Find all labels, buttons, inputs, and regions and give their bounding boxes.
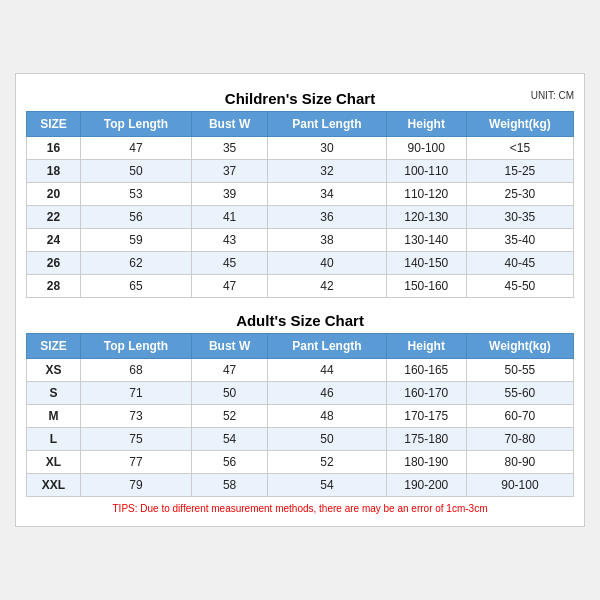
table-cell: 50: [80, 160, 191, 183]
adult-col-header-size: SIZE: [27, 334, 81, 359]
table-row: 20533934110-12025-30: [27, 183, 574, 206]
children-size-table: SIZE Top Length Bust W Pant Length Heigh…: [26, 111, 574, 298]
adult-col-header-pant-length: Pant Length: [268, 334, 386, 359]
table-cell: 160-165: [386, 359, 466, 382]
table-cell: 140-150: [386, 252, 466, 275]
table-cell: 40: [268, 252, 386, 275]
table-cell: 26: [27, 252, 81, 275]
adult-col-header-bust-w: Bust W: [192, 334, 268, 359]
table-cell: 73: [80, 405, 191, 428]
table-cell: 45: [192, 252, 268, 275]
adult-table-body: XS684744160-16550-55S715046160-17055-60M…: [27, 359, 574, 497]
children-table-header-row: SIZE Top Length Bust W Pant Length Heigh…: [27, 112, 574, 137]
table-cell: 42: [268, 275, 386, 298]
table-cell: 150-160: [386, 275, 466, 298]
table-cell: 58: [192, 474, 268, 497]
table-cell: 55-60: [466, 382, 573, 405]
table-cell: 39: [192, 183, 268, 206]
table-cell: 54: [268, 474, 386, 497]
table-cell: 47: [80, 137, 191, 160]
table-cell: 25-30: [466, 183, 573, 206]
table-row: XS684744160-16550-55: [27, 359, 574, 382]
adult-table-header-row: SIZE Top Length Bust W Pant Length Heigh…: [27, 334, 574, 359]
table-cell: 48: [268, 405, 386, 428]
table-row: 24594338130-14035-40: [27, 229, 574, 252]
children-title-text: Children's Size Chart: [225, 90, 375, 107]
col-header-height: Height: [386, 112, 466, 137]
table-cell: 47: [192, 359, 268, 382]
table-cell: 71: [80, 382, 191, 405]
children-table-body: 1647353090-100<1518503732100-11015-25205…: [27, 137, 574, 298]
table-cell: 54: [192, 428, 268, 451]
table-cell: 175-180: [386, 428, 466, 451]
table-cell: 35: [192, 137, 268, 160]
table-cell: 22: [27, 206, 81, 229]
table-cell: 52: [268, 451, 386, 474]
table-cell: 30-35: [466, 206, 573, 229]
table-cell: 190-200: [386, 474, 466, 497]
col-header-pant-length: Pant Length: [268, 112, 386, 137]
table-cell: 70-80: [466, 428, 573, 451]
col-header-bust-w: Bust W: [192, 112, 268, 137]
table-row: XXL795854190-20090-100: [27, 474, 574, 497]
adult-size-table: SIZE Top Length Bust W Pant Length Heigh…: [26, 333, 574, 497]
table-cell: 44: [268, 359, 386, 382]
table-cell: 35-40: [466, 229, 573, 252]
table-cell: 77: [80, 451, 191, 474]
table-cell: XL: [27, 451, 81, 474]
table-row: 26624540140-15040-45: [27, 252, 574, 275]
table-row: XL775652180-19080-90: [27, 451, 574, 474]
table-cell: 120-130: [386, 206, 466, 229]
table-cell: 36: [268, 206, 386, 229]
adult-col-header-height: Height: [386, 334, 466, 359]
table-cell: <15: [466, 137, 573, 160]
table-cell: 20: [27, 183, 81, 206]
table-row: 28654742150-16045-50: [27, 275, 574, 298]
table-cell: 170-175: [386, 405, 466, 428]
table-row: 1647353090-100<15: [27, 137, 574, 160]
table-cell: 68: [80, 359, 191, 382]
table-cell: 38: [268, 229, 386, 252]
table-row: L755450175-18070-80: [27, 428, 574, 451]
table-cell: L: [27, 428, 81, 451]
table-cell: 65: [80, 275, 191, 298]
table-cell: 30: [268, 137, 386, 160]
table-cell: S: [27, 382, 81, 405]
table-cell: 160-170: [386, 382, 466, 405]
table-cell: 46: [268, 382, 386, 405]
adult-col-header-weight: Weight(kg): [466, 334, 573, 359]
table-row: M735248170-17560-70: [27, 405, 574, 428]
col-header-weight: Weight(kg): [466, 112, 573, 137]
table-cell: 50: [268, 428, 386, 451]
table-cell: M: [27, 405, 81, 428]
table-cell: 59: [80, 229, 191, 252]
table-cell: 16: [27, 137, 81, 160]
table-cell: 52: [192, 405, 268, 428]
children-section-title: Children's Size Chart UNIT: CM: [26, 84, 574, 111]
table-cell: 43: [192, 229, 268, 252]
table-cell: XXL: [27, 474, 81, 497]
table-cell: 15-25: [466, 160, 573, 183]
table-cell: 45-50: [466, 275, 573, 298]
tips-text: TIPS: Due to different measurement metho…: [26, 497, 574, 516]
table-cell: 41: [192, 206, 268, 229]
table-row: 22564136120-13030-35: [27, 206, 574, 229]
size-chart-container: Children's Size Chart UNIT: CM SIZE Top …: [15, 73, 585, 527]
table-cell: XS: [27, 359, 81, 382]
table-cell: 90-100: [466, 474, 573, 497]
table-cell: 34: [268, 183, 386, 206]
table-cell: 80-90: [466, 451, 573, 474]
table-cell: 100-110: [386, 160, 466, 183]
table-row: S715046160-17055-60: [27, 382, 574, 405]
table-cell: 24: [27, 229, 81, 252]
table-cell: 130-140: [386, 229, 466, 252]
col-header-top-length: Top Length: [80, 112, 191, 137]
table-row: 18503732100-11015-25: [27, 160, 574, 183]
table-cell: 62: [80, 252, 191, 275]
table-cell: 28: [27, 275, 81, 298]
table-cell: 110-120: [386, 183, 466, 206]
adult-section-title: Adult's Size Chart: [26, 306, 574, 333]
table-cell: 90-100: [386, 137, 466, 160]
table-cell: 47: [192, 275, 268, 298]
table-cell: 32: [268, 160, 386, 183]
